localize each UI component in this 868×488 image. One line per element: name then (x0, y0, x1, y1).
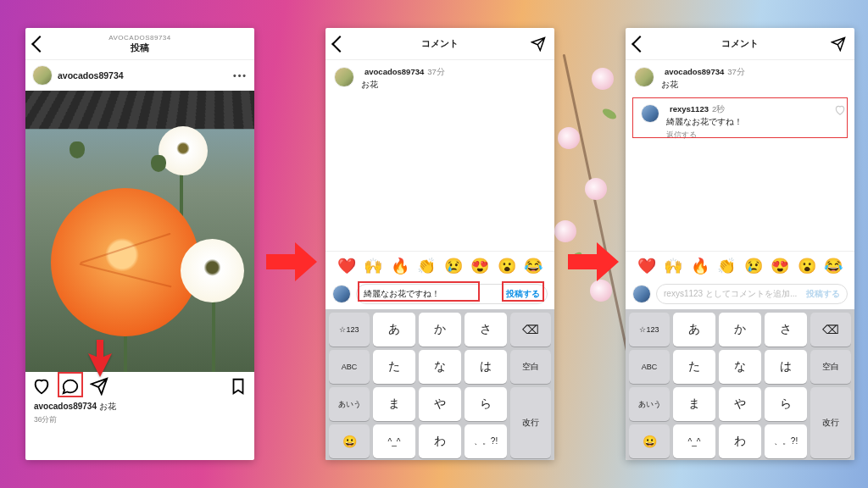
key-sa[interactable]: さ (465, 313, 507, 347)
key-ma[interactable]: ま (673, 387, 715, 421)
key-sa[interactable]: さ (765, 313, 807, 347)
emoji-hearteyes[interactable]: 😍 (470, 257, 489, 275)
key-abc[interactable]: ABC (329, 350, 370, 384)
emoji-laugh[interactable]: 😂 (524, 257, 542, 275)
user-avatar[interactable] (632, 285, 651, 303)
emoji-laugh[interactable]: 😂 (824, 257, 843, 275)
author-username[interactable]: avocados89734 (665, 67, 724, 76)
svg-marker-1 (266, 242, 317, 281)
key-wa[interactable]: わ (419, 424, 461, 458)
comment-input[interactable]: rexys1123 としてコメントを追加... 投稿する (656, 284, 848, 304)
post-author-row: avocados89734 ••• (25, 60, 254, 91)
tutorial-stage: AVOCADOS89734 投稿 avocados89734 ••• (0, 0, 868, 488)
key-ha[interactable]: は (465, 350, 507, 384)
decor-blossom (558, 127, 580, 149)
caption-timestamp: 36分前 (34, 415, 246, 425)
emoji-hands[interactable]: 🙌 (664, 257, 682, 275)
key-emoji[interactable]: 😀 (629, 424, 670, 458)
key-ma[interactable]: ま (373, 387, 415, 421)
decor-leaf (601, 107, 618, 121)
key-abc[interactable]: ABC (629, 350, 670, 384)
key-aiu[interactable]: あいう (629, 387, 670, 421)
emoji-heart[interactable]: ❤️ (337, 257, 356, 275)
author-username[interactable]: avocados89734 (58, 70, 124, 80)
decor-blossom (554, 220, 576, 242)
emoji-wow[interactable]: 😮 (498, 257, 516, 275)
emoji-heart[interactable]: ❤️ (637, 257, 656, 275)
key-ya[interactable]: や (719, 387, 761, 421)
decor-blossom (592, 68, 614, 90)
emoji-fire[interactable]: 🔥 (391, 257, 409, 275)
key-ya[interactable]: や (419, 387, 461, 421)
quick-emoji-row: ❤️ 🙌 🔥 👏 😢 😍 😮 😂 (326, 251, 554, 279)
like-icon[interactable] (32, 377, 51, 396)
post-caption-block: avocados89734 お花 36分前 (25, 401, 254, 434)
key-na[interactable]: な (719, 350, 761, 384)
svg-marker-2 (568, 242, 619, 281)
comment-input-row: rexys1123 としてコメントを追加... 投稿する (626, 279, 854, 309)
key-ta[interactable]: た (673, 350, 715, 384)
key-ra[interactable]: ら (765, 387, 807, 421)
comments-header: コメント (326, 28, 554, 60)
key-face[interactable]: ^_^ (373, 424, 415, 458)
key-space[interactable]: 空白 (510, 350, 551, 384)
key-ka[interactable]: か (719, 313, 761, 347)
key-punct[interactable]: 、。?! (765, 424, 807, 458)
key-face[interactable]: ^_^ (673, 424, 715, 458)
step-arrow-icon (266, 242, 317, 281)
key-na[interactable]: な (419, 350, 461, 384)
quick-emoji-row: ❤️ 🙌 🔥 👏 😢 😍 😮 😂 (626, 251, 854, 279)
author-avatar[interactable] (334, 67, 354, 87)
author-avatar[interactable] (32, 65, 53, 86)
emoji-hands[interactable]: 🙌 (364, 257, 382, 275)
key-punct[interactable]: 、。?! (465, 424, 507, 458)
caption-text: お花 (661, 79, 745, 91)
key-backspace[interactable]: ⌫ (810, 313, 851, 347)
key-switch[interactable]: ☆123 (629, 313, 670, 347)
key-space[interactable]: 空白 (810, 350, 851, 384)
post-photo[interactable] (25, 91, 254, 372)
key-a[interactable]: あ (373, 313, 415, 347)
key-backspace[interactable]: ⌫ (510, 313, 551, 347)
emoji-clap[interactable]: 👏 (717, 257, 736, 275)
emoji-hearteyes[interactable]: 😍 (771, 257, 789, 275)
key-aiu[interactable]: あいう (329, 387, 370, 421)
more-options-icon[interactable]: ••• (233, 70, 248, 80)
share-icon[interactable] (90, 377, 108, 396)
key-ta[interactable]: た (373, 350, 415, 384)
highlight-post-button (502, 281, 544, 302)
key-ha[interactable]: は (765, 350, 807, 384)
key-emoji[interactable]: 😀 (329, 424, 370, 458)
key-return[interactable]: 改行 (510, 387, 551, 458)
post-comment-button[interactable]: 投稿する (806, 289, 840, 300)
comment-input-row: 綺麗なお花ですね！ 投稿する (326, 279, 554, 309)
highlight-input-text (358, 281, 480, 302)
jp-keyboard: ☆123 ABC あいう 😀 あ か さ た な は (326, 309, 554, 460)
caption-text: お花 (99, 402, 116, 411)
user-avatar[interactable] (332, 285, 351, 303)
decor-blossom (585, 178, 607, 200)
highlight-comment-button (58, 372, 83, 397)
emoji-cry[interactable]: 😢 (744, 257, 763, 275)
comments-header: コメント (626, 28, 854, 60)
highlight-new-comment (632, 97, 848, 138)
key-return[interactable]: 改行 (810, 387, 851, 458)
key-ra[interactable]: ら (465, 387, 507, 421)
key-wa[interactable]: わ (719, 424, 761, 458)
like-comment-icon[interactable] (834, 104, 846, 116)
emoji-cry[interactable]: 😢 (444, 257, 463, 275)
emoji-fire[interactable]: 🔥 (691, 257, 709, 275)
author-avatar[interactable] (634, 67, 654, 87)
key-ka[interactable]: か (419, 313, 461, 347)
phone-comment-input: コメント avocados8973437分 お花 ❤️ 🙌 🔥 👏 😢 😍 😮 … (326, 28, 554, 460)
key-a[interactable]: あ (673, 313, 715, 347)
caption-author[interactable]: avocados89734 (34, 402, 97, 411)
key-switch[interactable]: ☆123 (329, 313, 370, 347)
save-icon[interactable] (229, 377, 248, 396)
original-caption: avocados8973437分 お花 (326, 60, 554, 97)
emoji-wow[interactable]: 😮 (798, 257, 816, 275)
comment-input-placeholder: rexys1123 としてコメントを追加... (664, 288, 797, 300)
header-section: 投稿 (131, 42, 149, 53)
author-username[interactable]: avocados89734 (364, 67, 424, 76)
emoji-clap[interactable]: 👏 (417, 257, 436, 275)
